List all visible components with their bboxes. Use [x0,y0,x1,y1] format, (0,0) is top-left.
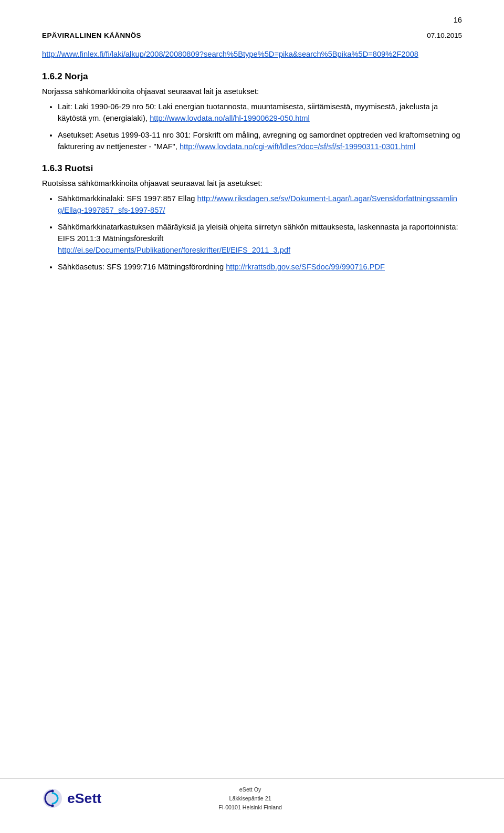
footer-company: eSett Oy [239,786,261,793]
section-162-intro: Norjassa sähkömarkkinoita ohjaavat seura… [42,87,462,96]
rkrattsdb-link[interactable]: http://rkrattsdb.gov.se/SFSdoc/99/990716… [226,263,385,271]
section-163-list: Sähkömarkkinalaki: SFS 1997:857 Ellag ht… [58,193,462,273]
section-162-list: Lait: Laki 1990-06-29 nro 50: Laki energ… [58,101,462,152]
lovdata-sf-link[interactable]: http://www.lovdata.no/cgi-wift/ldles?doc… [180,142,415,151]
finlex-link-block: http://www.finlex.fi/fi/laki/alkup/2008/… [42,50,462,58]
esett-logo-text: eSett [67,790,101,807]
footer: eSett eSett Oy Läkkisepäntie 21 FI-00101… [0,778,504,812]
footer-address-line1: Läkkisepäntie 21 [229,795,271,801]
page-number: 16 [454,16,462,24]
page: 16 EPÄVIRALLINEN KÄÄNNÖS 07.10.2015 http… [0,0,504,833]
footer-logo-area: eSett [42,788,101,809]
sahkoasetus-text: Sähköasetus: SFS 1999:716 Mätningsförord… [58,263,226,271]
footer-address: eSett Oy Läkkisepäntie 21 FI-00101 Helsi… [218,785,282,812]
section-163-intro: Ruotsissa sähkömarkkinoita ohjaavat seur… [42,179,462,188]
list-item: Asetukset: Asetus 1999-03-11 nro 301: Fo… [58,129,462,152]
document-label: EPÄVIRALLINEN KÄÄNNÖS [42,32,141,39]
list-item: Lait: Laki 1990-06-29 nro 50: Laki energ… [58,101,462,124]
sahkomarkkinalaki-text: Sähkömarkkinalaki: SFS 1997:857 Ellag [58,194,197,203]
esett-logo-icon [42,788,63,809]
footer-address-line2: FI-00101 Helsinki Finland [218,804,282,810]
section-163-heading: 1.6.3 Ruotsi [42,163,462,174]
svg-point-2 [51,805,54,807]
header-row: EPÄVIRALLINEN KÄÄNNÖS 07.10.2015 [42,32,462,39]
document-date: 07.10.2015 [427,32,462,39]
list-item: Sähköasetus: SFS 1999:716 Mätningsförord… [58,261,462,273]
section-163: 1.6.3 Ruotsi Ruotsissa sähkömarkkinoita … [42,163,462,273]
section-162: 1.6.2 Norja Norjassa sähkömarkkinoita oh… [42,71,462,152]
list-item: Sähkömarkkinatarkastuksen määräyksiä ja … [58,221,462,256]
sahkomarkkinatarkastus-text: Sähkömarkkinatarkastuksen määräyksiä ja … [58,223,458,243]
ei-se-link[interactable]: http://ei.se/Documents/Publikationer/for… [58,246,290,254]
list-item: Sähkömarkkinalaki: SFS 1997:857 Ellag ht… [58,193,462,216]
svg-point-1 [51,790,54,793]
finlex-link[interactable]: http://www.finlex.fi/fi/laki/alkup/2008/… [42,50,418,58]
lovdata-hl-link[interactable]: http://www.lovdata.no/all/hl-19900629-05… [150,114,310,122]
section-162-heading: 1.6.2 Norja [42,71,462,82]
